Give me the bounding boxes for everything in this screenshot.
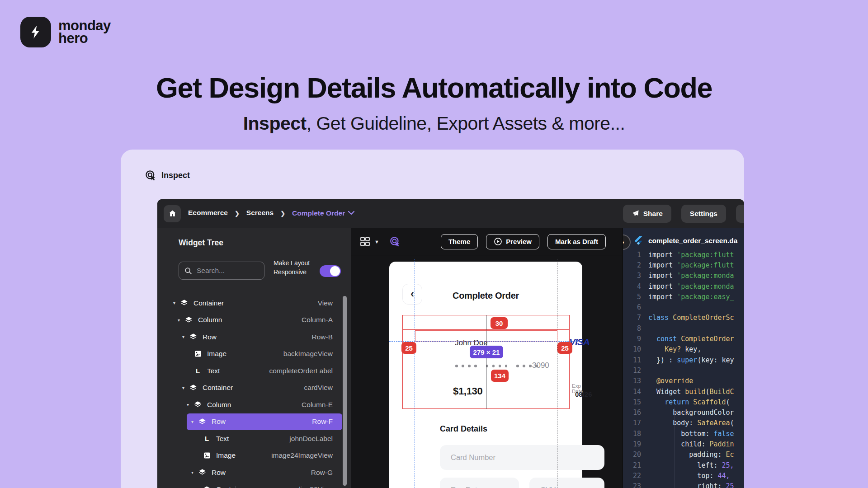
- tree-caret-icon[interactable]: ▾: [178, 318, 185, 323]
- card-number-placeholder: Card Number: [451, 453, 495, 462]
- tree-item-id: Column-A: [302, 316, 333, 324]
- tree-item-image24ImageView[interactable]: Imageimage24ImageView: [157, 447, 351, 465]
- search-placeholder: Search...: [197, 267, 225, 275]
- tree-caret-icon[interactable]: ▾: [187, 402, 194, 407]
- code-text: return Scaffold(: [648, 398, 730, 406]
- app-window: Ecommerce ❯ Screens ❯ Complete Order: [157, 199, 744, 488]
- tree-item-Row-G[interactable]: ▾RowRow-G: [157, 464, 351, 481]
- code-line: 6: [623, 302, 744, 312]
- tree-item-id: backImageView: [283, 350, 333, 358]
- tree-caret-icon[interactable]: ▾: [191, 419, 198, 424]
- tree-item-completeOrderLabel[interactable]: LTextcompleteOrderLabel: [157, 362, 351, 380]
- layers-icon: [180, 299, 188, 307]
- design-canvas[interactable]: ‹ Complete Order John Doe VISA 3090 $1,1…: [351, 255, 623, 488]
- chevron-right-icon: ❯: [280, 210, 285, 217]
- tree-item-id: completeOrderLabel: [269, 367, 333, 375]
- code-line: 16 backgroundColor: [623, 407, 744, 418]
- code-line: 2import 'package:flutt: [623, 260, 744, 270]
- tree-caret-icon[interactable]: ▾: [191, 470, 198, 475]
- code-line: 7class CompleteOrderSc: [623, 313, 744, 323]
- subtitle-bold: Inspect: [243, 113, 307, 134]
- code-line: 8: [623, 323, 744, 333]
- breadcrumb-ecommerce[interactable]: Ecommerce: [188, 209, 228, 218]
- widget-tree-sidebar: Widget Tree Search... Make Layout Respon…: [157, 228, 351, 488]
- tree-item-id: Row-B: [311, 333, 333, 341]
- text-icon: L: [194, 367, 202, 375]
- tree-item-Row-F[interactable]: ▾RowRow-F: [187, 413, 342, 431]
- measurement-badge-right: 25: [557, 342, 572, 354]
- code-text: backgroundColor: [648, 408, 734, 417]
- grid-view-icon[interactable]: [359, 236, 371, 247]
- breadcrumb-complete-order[interactable]: Complete Order: [292, 209, 354, 218]
- measurement-badge-top: 30: [491, 317, 508, 329]
- settings-button[interactable]: Settings: [681, 205, 726, 223]
- tree-item-line50View[interactable]: ▾Containerline50View: [157, 481, 351, 488]
- design-canvas-column: ▼ Theme: [351, 228, 623, 488]
- tree-item-View[interactable]: ▾ContainerView: [157, 295, 351, 312]
- tree-item-id: image24ImageView: [271, 451, 333, 460]
- code-filename: complete_order_screen.da: [648, 237, 737, 245]
- code-line: 11 }) : super(key: key: [623, 355, 744, 365]
- tree-item-Row-B[interactable]: ▾RowRow-B: [157, 328, 351, 346]
- layers-icon: [189, 384, 197, 392]
- line-number: 1: [623, 251, 641, 259]
- line-number: 23: [623, 482, 641, 488]
- code-text: import 'package:monda: [648, 272, 734, 280]
- line-number: 19: [623, 440, 641, 448]
- code-text: padding: Ec: [648, 450, 734, 459]
- code-line: 19 child: Paddin: [623, 439, 744, 449]
- code-text: left: 25,: [648, 461, 734, 469]
- tree-item-Column-E[interactable]: ▾ColumnColumn-E: [157, 396, 351, 413]
- tree-item-johnDoeLabel[interactable]: LTextjohnDoeLabel: [157, 430, 351, 447]
- chevron-down-icon[interactable]: ▼: [374, 239, 379, 244]
- page-subtitle: Inspect, Get Guideline, Export Assets & …: [0, 113, 868, 134]
- inspect-tool-icon[interactable]: [389, 236, 401, 248]
- tree-caret-icon[interactable]: ▾: [182, 334, 189, 339]
- home-icon: [168, 209, 177, 218]
- screen-title: Complete Order: [389, 291, 582, 301]
- breadcrumb: Ecommerce ❯ Screens ❯ Complete Order: [188, 209, 354, 218]
- code-editor[interactable]: 1import 'package:flutt2import 'package:f…: [623, 249, 744, 488]
- home-button[interactable]: [164, 205, 181, 222]
- window-content: Widget Tree Search... Make Layout Respon…: [157, 228, 744, 488]
- share-button[interactable]: Share: [623, 205, 671, 223]
- tree-item-cardView[interactable]: ▾ContainercardView: [157, 380, 351, 397]
- breadcrumb-screens[interactable]: Screens: [246, 209, 274, 218]
- exp-date-input[interactable]: Exp Date: [440, 478, 519, 488]
- code-text: import 'package:easy_: [648, 293, 734, 301]
- responsive-toggle-label: Make Layout Responsive: [274, 258, 319, 277]
- search-input[interactable]: Search...: [179, 262, 264, 280]
- code-text: import 'package:flutt: [648, 251, 734, 259]
- preview-button[interactable]: Preview: [486, 234, 539, 249]
- line-number: 2: [623, 261, 641, 269]
- tree-item-type: Column: [207, 401, 231, 409]
- clipped-toolbar-button[interactable]: [736, 205, 744, 223]
- line-number: 7: [623, 314, 641, 322]
- subtitle-rest: , Get Guideline, Export Assets & more...: [307, 113, 625, 134]
- sidebar-scrollbar[interactable]: [343, 296, 347, 486]
- layers-icon: [203, 486, 211, 488]
- code-text: }) : super(key: key: [648, 356, 734, 364]
- brand-logo: monday hero: [20, 17, 111, 47]
- tree-caret-icon[interactable]: ▾: [173, 300, 180, 305]
- code-text: @override: [648, 377, 693, 385]
- line-number: 5: [623, 293, 641, 301]
- line-number: 18: [623, 430, 641, 438]
- tree-item-backImageView[interactable]: ImagebackImageView: [157, 346, 351, 363]
- tree-caret-icon[interactable]: ▾: [182, 385, 189, 390]
- mark-as-draft-label: Mark as Draft: [555, 238, 598, 245]
- canvas-actions: Theme Preview Mark as Draft: [441, 234, 606, 249]
- theme-button[interactable]: Theme: [441, 234, 478, 249]
- tree-item-Column-A[interactable]: ▾ColumnColumn-A: [157, 312, 351, 329]
- tree-item-type: Container: [203, 384, 233, 392]
- cvv-input[interactable]: CVV: [529, 478, 604, 488]
- tree-item-id: View: [318, 299, 333, 307]
- code-line: 1import 'package:flutt: [623, 249, 744, 260]
- line-number: 21: [623, 461, 641, 469]
- tree-item-type: Text: [216, 435, 229, 443]
- line-number: 17: [623, 419, 641, 427]
- responsive-toggle[interactable]: [320, 265, 341, 277]
- tree-item-id: line50View: [299, 485, 333, 488]
- mark-as-draft-button[interactable]: Mark as Draft: [547, 234, 606, 249]
- card-number-input[interactable]: Card Number: [440, 445, 604, 470]
